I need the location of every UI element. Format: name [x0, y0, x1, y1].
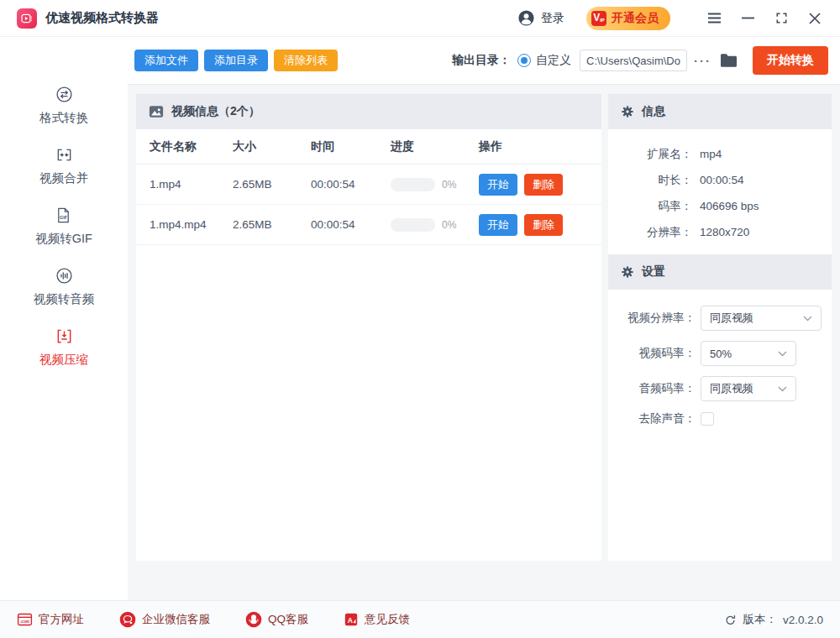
chevron-down-icon	[778, 386, 787, 392]
svg-text:GIF: GIF	[60, 215, 69, 220]
sidebar-item-label: 视频压缩	[39, 352, 88, 368]
progress-bar	[391, 218, 435, 232]
gif-file-icon: GIF	[55, 207, 72, 224]
sidebar-item-video-to-gif[interactable]: GIF 视频转GIF	[35, 207, 92, 247]
sidebar-item-video-to-audio[interactable]: 视频转音频	[34, 267, 95, 307]
version-value: v2.0.2.0	[783, 614, 823, 626]
video-panel-header: 视频信息（2个）	[136, 94, 601, 129]
qq-icon	[245, 611, 262, 628]
sidebar-item-video-merge[interactable]: 视频合并	[39, 146, 88, 186]
info-list: 扩展名： mp4 时长： 00:00:54 码率： 406696 bps 分辨率…	[608, 129, 832, 254]
output-path-input[interactable]	[580, 50, 687, 71]
progress-bar	[391, 178, 435, 191]
refresh-icon[interactable]	[724, 614, 737, 626]
app-logo-icon	[17, 8, 37, 29]
official-site-link[interactable]: .com 官方网址	[17, 612, 84, 627]
maximize-button[interactable]	[771, 7, 791, 30]
info-row-bitrate: 码率： 406696 bps	[608, 193, 832, 219]
open-vip-button[interactable]: VIP 开通会员	[586, 7, 670, 30]
convert-icon	[55, 86, 73, 103]
gear-icon	[621, 105, 634, 118]
sidebar: 格式转换 视频合并 GIF 视频转GIF	[0, 37, 128, 600]
merge-icon	[55, 146, 73, 164]
col-filename: 文件名称	[150, 139, 233, 154]
settings-panel-title: 设置	[642, 264, 665, 280]
image-icon	[149, 104, 164, 119]
start-convert-button[interactable]: 开始转换	[753, 46, 828, 75]
remove-audio-checkbox[interactable]	[701, 412, 714, 426]
cell-progress: 0%	[391, 178, 479, 191]
info-row-resolution: 分辨率： 1280x720	[608, 219, 832, 245]
cell-actions: 开始 删除	[479, 174, 588, 196]
custom-radio[interactable]	[517, 54, 531, 67]
setting-audio-bitrate: 音频码率： 同原视频	[608, 376, 832, 401]
feedback-icon: A	[344, 612, 359, 627]
version-info: 版本：v2.0.2.0	[724, 612, 823, 627]
open-folder-icon[interactable]	[720, 53, 738, 68]
setting-resolution: 视频分辨率： 同原视频	[608, 306, 832, 331]
chevron-down-icon	[803, 316, 812, 322]
video-list-panel: 视频信息（2个） 文件名称 大小 时间 进度 操作 1.mp4 2.65MB 0…	[136, 94, 601, 561]
resolution-select[interactable]: 同原视频	[701, 306, 822, 331]
add-directory-button[interactable]: 添加目录	[204, 50, 268, 71]
row-delete-button[interactable]: 删除	[524, 214, 563, 236]
col-actions: 操作	[479, 139, 588, 154]
chevron-down-icon	[778, 351, 787, 357]
cell-time: 00:00:54	[311, 218, 391, 231]
sidebar-item-format-convert[interactable]: 格式转换	[39, 86, 88, 126]
close-button[interactable]	[805, 7, 825, 30]
browse-ellipsis-button[interactable]: ···	[694, 54, 711, 68]
titlebar: 优速视频格式转换器 登录 VIP 开通会员	[0, 0, 840, 37]
svg-text:A: A	[348, 616, 353, 625]
table-header: 文件名称 大小 时间 进度 操作	[136, 129, 601, 165]
compress-icon	[55, 327, 73, 345]
cell-size: 2.65MB	[233, 218, 311, 231]
sidebar-item-label: 视频转音频	[34, 291, 95, 307]
login-button[interactable]: 登录	[517, 9, 564, 27]
info-row-duration: 时长： 00:00:54	[608, 167, 832, 193]
login-label: 登录	[541, 11, 564, 26]
audio-icon	[55, 267, 73, 285]
cell-filename: 1.mp4.mp4	[150, 218, 233, 231]
setting-remove-audio: 去除声音：	[608, 411, 832, 426]
audio-bitrate-select[interactable]: 同原视频	[701, 376, 796, 401]
cell-progress: 0%	[391, 218, 479, 232]
menu-icon[interactable]	[704, 7, 724, 30]
setting-video-bitrate: 视频码率： 50%	[608, 341, 832, 366]
row-start-button[interactable]: 开始	[479, 174, 517, 196]
vip-label: 开通会员	[612, 11, 659, 26]
clear-list-button[interactable]: 清除列表	[274, 50, 338, 71]
video-panel-title: 视频信息（2个）	[171, 104, 260, 119]
cell-actions: 开始 删除	[479, 214, 588, 236]
table-row[interactable]: 1.mp4.mp4 2.65MB 00:00:54 0% 开始 删除	[136, 205, 601, 245]
qq-support-link[interactable]: QQ客服	[245, 611, 308, 628]
info-row-extension: 扩展名： mp4	[608, 141, 832, 167]
svg-text:.com: .com	[20, 620, 29, 624]
progress-percent: 0%	[442, 219, 456, 231]
settings-list: 视频分辨率： 同原视频 视频码率： 50%	[608, 290, 832, 426]
sidebar-item-label: 视频转GIF	[35, 231, 92, 247]
cell-filename: 1.mp4	[150, 178, 233, 191]
row-start-button[interactable]: 开始	[479, 214, 517, 236]
col-progress: 进度	[391, 139, 479, 154]
app-title: 优速视频格式转换器	[45, 10, 159, 26]
right-panel: 信息 扩展名： mp4 时长： 00:00:54 码率： 406696 bps	[608, 94, 832, 561]
user-icon	[517, 9, 535, 27]
sidebar-item-video-compress[interactable]: 视频压缩	[39, 327, 88, 368]
add-file-button[interactable]: 添加文件	[134, 50, 198, 71]
video-bitrate-select[interactable]: 50%	[701, 341, 796, 366]
gear-icon	[621, 265, 634, 279]
footer: .com 官方网址 企业微信客服 QQ客服	[0, 600, 840, 638]
sidebar-item-label: 视频合并	[39, 170, 88, 186]
row-delete-button[interactable]: 删除	[524, 174, 563, 196]
output-dir-label: 输出目录：	[452, 53, 511, 68]
wechat-icon	[119, 611, 136, 628]
vip-icon: VIP	[591, 11, 606, 26]
version-label: 版本：	[743, 612, 777, 627]
table-row[interactable]: 1.mp4 2.65MB 00:00:54 0% 开始 删除	[136, 165, 601, 205]
website-icon: .com	[17, 612, 33, 627]
minimize-button[interactable]	[738, 7, 758, 30]
feedback-link[interactable]: A 意见反馈	[344, 612, 410, 627]
wechat-support-link[interactable]: 企业微信客服	[119, 611, 210, 628]
info-panel-title: 信息	[642, 104, 665, 119]
